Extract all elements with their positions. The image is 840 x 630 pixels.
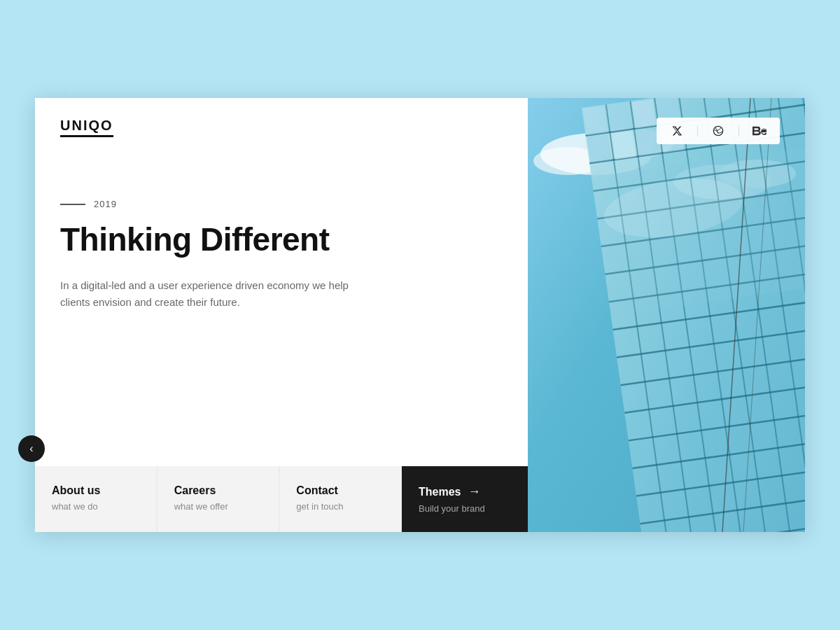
nav-card-contact-sub: get in touch	[296, 501, 384, 512]
nav-card-careers-sub: what we offer	[174, 501, 262, 512]
svg-point-0	[713, 126, 722, 135]
nav-card-themes-sub: Build your brand	[419, 503, 511, 514]
svg-rect-39	[587, 134, 612, 163]
back-button[interactable]: ‹	[18, 435, 45, 462]
year-line	[60, 204, 85, 205]
logo-area: UNIQO	[35, 98, 528, 157]
nav-card-themes-title: Themes →	[419, 484, 511, 499]
dribbble-icon[interactable]	[710, 123, 726, 139]
svg-rect-35	[583, 106, 608, 136]
nav-card-careers[interactable]: Careers what we offer	[158, 466, 280, 532]
hero-title: Thinking Different	[60, 222, 503, 258]
nav-cards: About us what we do Careers what we offe…	[35, 466, 528, 532]
nav-card-about-sub: what we do	[52, 501, 140, 512]
nav-card-about[interactable]: About us what we do	[35, 466, 158, 532]
logo[interactable]: UNIQO	[60, 118, 113, 137]
svg-rect-37	[632, 99, 657, 129]
themes-label: Themes	[419, 486, 461, 498]
svg-rect-40	[612, 130, 636, 160]
social-divider-1	[697, 125, 698, 136]
main-container: UNIQO 2019 Thinking Different In a digit…	[35, 98, 805, 532]
nav-card-about-title: About us	[52, 484, 140, 497]
nav-card-contact[interactable]: Contact get in touch	[279, 466, 402, 532]
building-image	[528, 98, 805, 532]
themes-arrow: →	[468, 484, 480, 499]
year-row: 2019	[60, 199, 503, 209]
back-icon: ‹	[29, 442, 33, 455]
nav-card-themes[interactable]: Themes → Build your brand	[402, 466, 528, 532]
left-panel: UNIQO 2019 Thinking Different In a digit…	[35, 98, 528, 532]
social-divider-2	[738, 125, 739, 136]
nav-card-contact-title: Contact	[296, 484, 384, 497]
social-bar	[657, 118, 780, 144]
year-label: 2019	[94, 199, 117, 209]
twitter-icon[interactable]	[669, 123, 685, 139]
right-panel	[528, 98, 805, 532]
nav-card-careers-title: Careers	[174, 484, 262, 497]
svg-rect-36	[608, 103, 632, 132]
hero-description: In a digital-led and a user experience d…	[60, 277, 368, 312]
behance-icon[interactable]	[752, 123, 767, 139]
